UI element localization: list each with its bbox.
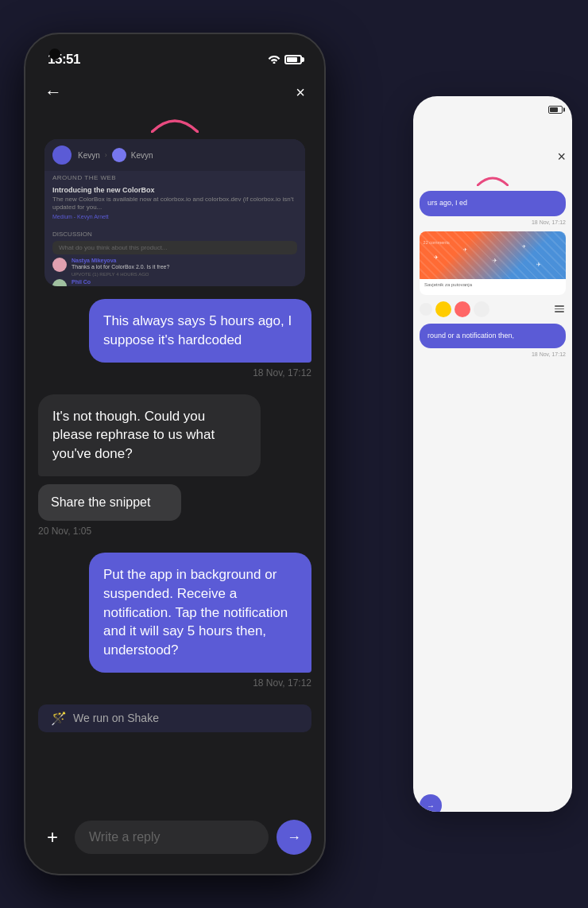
back-icon-2 <box>435 301 451 317</box>
status-bar: 15:51 <box>25 34 324 74</box>
svg-text:✈: ✈ <box>522 243 526 248</box>
usernames-row: Kevyn › Kevyn <box>78 148 153 162</box>
bubble-sent-1: This always says 5 hours ago, I suppose … <box>89 299 311 363</box>
message-received-1: It's not though. Could you please rephra… <box>38 394 311 476</box>
input-area: + Write a reply → <box>25 810 324 874</box>
chat-area: This always says 5 hours ago, I suppose … <box>25 299 324 704</box>
back-card-footer: Savjetnik za putovanja <box>420 279 566 290</box>
back-toolbar <box>420 301 566 317</box>
second-phone: × urs ago, I ed 18 Nov, 17:12 22 comment… <box>413 96 572 812</box>
screenshot-card: Kevyn › Kevyn AROUND THE WEB Introducing… <box>44 139 305 286</box>
nav-header: ← × <box>25 74 324 111</box>
comment-1-actions-text: UPVOTE (1) REPLY 4 HOURS AGO <box>72 272 149 277</box>
web-link-title: Introducing the new ColorBox <box>52 186 297 194</box>
back-header: × <box>420 149 566 165</box>
message-sent-1: This always says 5 hours ago, I suppose … <box>38 299 311 378</box>
timestamp-received-1: 20 Nov, 1:05 <box>38 526 311 537</box>
back-icon-3 <box>455 301 470 317</box>
bubble-sent-2: Put the app in background or suspended. … <box>89 553 311 673</box>
svg-text:✈: ✈ <box>434 253 439 260</box>
comment-2-content: Phil Co Good job! UPVOTE REPLY 3 HOURS A… <box>72 279 297 286</box>
discussion-input-fake: What do you think about this product... <box>52 241 297 254</box>
screenshot-header: Kevyn › Kevyn <box>44 139 305 171</box>
back-status-bar <box>413 96 572 117</box>
comment-1-actions: UPVOTE (1) REPLY 4 HOURS AGO <box>72 272 297 277</box>
wifi-icon <box>268 53 280 66</box>
curve-decoration <box>25 111 324 139</box>
back-phone-content: × urs ago, I ed 18 Nov, 17:12 22 comment… <box>413 117 572 812</box>
bubble-received-1: It's not though. Could you please rephra… <box>38 394 261 476</box>
message-sent-2: Put the app in background or suspended. … <box>38 553 311 689</box>
shake-icon: 🪄 <box>51 711 67 726</box>
back-bottom: → <box>420 794 566 812</box>
add-button[interactable]: + <box>38 823 67 852</box>
back-battery-icon <box>548 106 563 114</box>
svg-text:✈: ✈ <box>463 246 467 252</box>
username-2: Kevyn <box>131 151 153 160</box>
comment-row-2: Phil Co Good job! UPVOTE REPLY 3 HOURS A… <box>52 279 297 286</box>
back-image-card: 22 comments ✈ ✈ ✈ ✈ ✈ Savjetnik za putov… <box>420 231 566 295</box>
back-map-image: 22 comments ✈ ✈ ✈ ✈ ✈ <box>420 231 566 279</box>
chat-scroll-area[interactable]: This always says 5 hours ago, I suppose … <box>25 299 324 810</box>
shake-banner: 🪄 We run on Shake <box>38 704 311 732</box>
username-1: Kevyn <box>78 151 100 160</box>
status-icons <box>268 53 302 66</box>
comment-row-1: Nastya Mikeyova Thanks a lot for ColorBo… <box>52 258 297 277</box>
comment-1-content: Nastya Mikeyova Thanks a lot for ColorBo… <box>72 258 297 277</box>
app-container: × urs ago, I ed 18 Nov, 17:12 22 comment… <box>0 0 588 908</box>
back-icon-4 <box>474 301 489 317</box>
send-button[interactable]: → <box>277 820 311 855</box>
send-arrow-icon: → <box>287 829 301 846</box>
phone-body: 15:51 ← × <box>25 34 324 874</box>
back-send-button[interactable]: → <box>420 794 442 812</box>
comment-2-username: Phil Co <box>72 279 297 285</box>
back-msg-1: urs ago, I ed <box>420 191 566 216</box>
web-link-source: Medium - Kevyn Arnett <box>52 214 297 219</box>
discussion-label: DISCUSSION <box>52 231 297 238</box>
close-button[interactable]: × <box>296 83 305 102</box>
reply-input-wrapper[interactable]: Write a reply <box>75 821 269 854</box>
main-phone: 15:51 ← × <box>24 33 326 875</box>
back-timestamp-1: 18 Nov, 17:12 <box>420 219 566 225</box>
back-timestamp-2: 18 Nov, 17:12 <box>420 351 566 357</box>
message-received-snippet: Share the snippet 20 Nov, 1:05 <box>38 484 311 537</box>
timestamp-sent-2: 18 Nov, 17:12 <box>38 677 311 689</box>
shake-text: We run on Shake <box>73 712 159 724</box>
comment-2-text: Good job! <box>72 285 297 286</box>
web-link-block: Introducing the new ColorBox The new Col… <box>44 183 305 223</box>
web-link-desc: The new ColorBox is available now at col… <box>52 196 297 212</box>
comment-1-username: Nastya Mikeyova <box>72 258 297 263</box>
svg-text:✈: ✈ <box>536 260 541 267</box>
section-label-web: AROUND THE WEB <box>44 171 305 183</box>
comment-1-text: Thanks a lot for ColorBox 2.0. Is it fre… <box>72 263 297 270</box>
comment-avatar-1 <box>52 258 67 272</box>
user-avatar-1 <box>52 146 72 165</box>
user-avatar-2 <box>112 148 126 162</box>
svg-text:✈: ✈ <box>493 257 497 264</box>
bubble-snippet[interactable]: Share the snippet <box>38 484 181 521</box>
comment-avatar-2 <box>52 279 67 286</box>
discussion-section: DISCUSSION What do you think about this … <box>44 229 305 286</box>
back-icon-1 <box>420 303 432 316</box>
screenshot-inner: Kevyn › Kevyn AROUND THE WEB Introducing… <box>44 139 305 286</box>
timestamp-sent-1: 18 Nov, 17:12 <box>38 367 311 378</box>
back-button[interactable]: ← <box>44 82 62 103</box>
battery-icon <box>284 55 302 64</box>
svg-text:22 comments: 22 comments <box>424 240 450 245</box>
camera <box>49 49 60 60</box>
back-msg-2: round or a notification then, <box>420 324 566 349</box>
back-close-icon[interactable]: × <box>557 149 566 165</box>
reply-placeholder: Write a reply <box>89 830 161 844</box>
